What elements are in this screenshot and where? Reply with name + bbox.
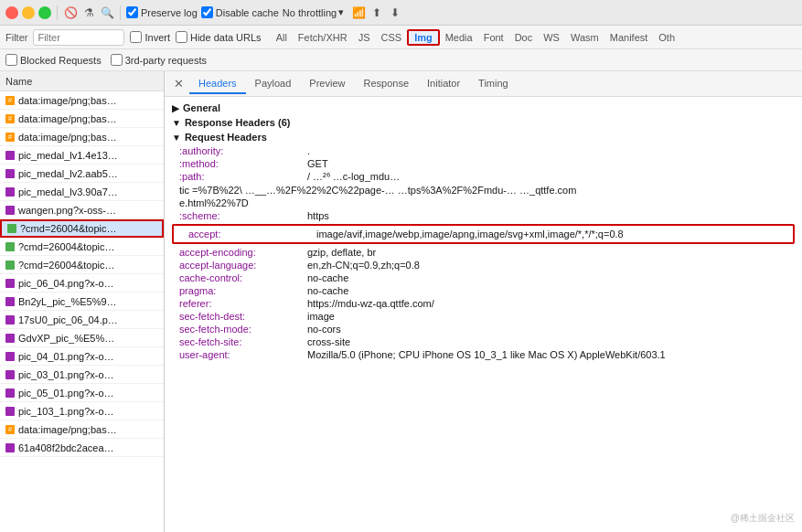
item-icon: [5, 279, 15, 288]
request-headers-section[interactable]: ▼ Request Headers: [165, 130, 802, 144]
list-item[interactable]: pic_medal_lv3.90a7…: [0, 183, 164, 201]
main-content: Name #data:image/png;bas…#data:image/png…: [0, 71, 802, 532]
blocked-requests-label: Blocked Requests: [20, 55, 102, 66]
type-btn-wasm[interactable]: Wasm: [565, 31, 604, 44]
maximize-button[interactable]: [38, 6, 51, 19]
type-btn-css[interactable]: CSS: [376, 31, 408, 44]
list-item[interactable]: ?cmd=26004&topic…: [0, 238, 164, 256]
chevron-down-icon: ▾: [338, 6, 344, 18]
list-item[interactable]: ?cmd=26004&topic…: [0, 219, 164, 238]
type-btn-fetchxhr[interactable]: Fetch/XHR: [293, 31, 353, 44]
kv-key: accept-encoding:: [179, 247, 307, 258]
item-icon: [7, 224, 16, 233]
list-item[interactable]: pic_medal_lv2.aab5…: [0, 165, 164, 183]
list-item-label: Bn2yL_pic_%E5%9…: [18, 296, 117, 307]
detail-content: ▶ General ▼ Response Headers (6) ▼ Reque…: [165, 97, 802, 532]
list-item[interactable]: #data:image/png;bas…: [0, 420, 164, 439]
blocked-requests-input[interactable]: [5, 54, 17, 66]
type-btn-manifest[interactable]: Manifest: [604, 31, 654, 44]
minimize-button[interactable]: [22, 6, 35, 19]
list-item[interactable]: #data:image/png;bas…: [0, 110, 164, 128]
type-btn-js[interactable]: JS: [353, 31, 376, 44]
type-btn-img[interactable]: Img: [407, 29, 440, 46]
kv-key: user-agent:: [179, 349, 307, 360]
list-item[interactable]: pic_103_1.png?x-o…: [0, 402, 164, 420]
search-icon[interactable]: 🔍: [100, 5, 114, 20]
third-party-input[interactable]: [111, 54, 123, 66]
tabs-row: ✕ Headers Payload Preview Response Initi…: [165, 71, 802, 97]
kv-key: :authority:: [179, 145, 307, 156]
list-item[interactable]: wangen.png?x-oss-…: [0, 201, 164, 219]
tab-preview[interactable]: Preview: [300, 74, 354, 94]
hide-data-input[interactable]: [176, 31, 187, 43]
item-icon: [5, 388, 15, 398]
preserve-log-input[interactable]: [126, 6, 138, 18]
list-item[interactable]: pic_06_04.png?x-o…: [0, 274, 164, 293]
type-btn-font[interactable]: Font: [478, 31, 509, 44]
tab-timing[interactable]: Timing: [469, 74, 518, 94]
kv-val: image/avif,image/webp,image/apng,image/s…: [316, 229, 624, 239]
list-item[interactable]: 61a408f2bdc2acea…: [0, 439, 164, 457]
tab-initiator[interactable]: Initiator: [418, 74, 469, 94]
list-item[interactable]: #data:image/png;bas…: [0, 128, 164, 146]
response-headers-section[interactable]: ▼ Response Headers (6): [165, 115, 802, 130]
item-icon: [5, 151, 15, 160]
blocked-row: Blocked Requests 3rd-party requests: [0, 49, 802, 71]
item-icon: [5, 352, 15, 361]
list-item-label: ?cmd=26004&topic…: [18, 241, 114, 252]
general-arrow: ▶: [172, 103, 179, 113]
throttling-select[interactable]: No throttling ▾: [283, 6, 344, 18]
kv-key: sec-fetch-mode:: [179, 324, 307, 335]
list-item[interactable]: pic_05_01.png?x-o…: [0, 384, 164, 402]
kv-val: image: [307, 311, 335, 322]
kv-row: e.html%22%7D: [165, 197, 802, 209]
filter-icon[interactable]: ⚗: [81, 5, 96, 20]
list-item[interactable]: pic_medal_lv1.4e13…: [0, 146, 164, 165]
watermark: @稀土掘金社区: [731, 512, 795, 525]
disable-cache-input[interactable]: [201, 6, 213, 18]
list-item[interactable]: Bn2yL_pic_%E5%9…: [0, 293, 164, 311]
list-item[interactable]: pic_03_01.png?x-o…: [0, 366, 164, 384]
type-btn-all[interactable]: All: [271, 31, 293, 44]
type-btn-ws[interactable]: WS: [538, 31, 565, 44]
hide-data-checkbox[interactable]: Hide data URLs: [176, 31, 262, 43]
list-item[interactable]: #data:image/png;bas…: [0, 91, 164, 110]
general-section[interactable]: ▶ General: [165, 101, 802, 115]
close-button[interactable]: [5, 6, 18, 19]
invert-checkbox[interactable]: Invert: [130, 31, 170, 43]
network-icons: 📶 ⬆ ⬇: [351, 5, 402, 20]
kv-val: cross-site: [307, 336, 350, 347]
kv-val: e.html%22%7D: [179, 197, 249, 208]
preserve-log-checkbox[interactable]: Preserve log: [126, 6, 198, 18]
list-item-label: wangen.png?x-oss-…: [18, 205, 116, 216]
disable-cache-checkbox[interactable]: Disable cache: [201, 6, 279, 18]
kv-row: :path: / …²⁶ …c-log_mdu…: [165, 170, 802, 184]
tab-headers[interactable]: Headers: [189, 74, 246, 94]
list-item-label: pic_103_1.png?x-o…: [18, 406, 114, 417]
kv-val: Mozilla/5.0 (iPhone; CPU iPhone OS 10_3_…: [307, 349, 666, 360]
blocked-requests-checkbox[interactable]: Blocked Requests: [5, 54, 102, 66]
list-item[interactable]: ?cmd=26004&topic…: [0, 256, 164, 274]
type-btn-doc[interactable]: Doc: [509, 31, 539, 44]
kv-key: accept-language:: [179, 260, 307, 271]
list-item-label: data:image/png;bas…: [18, 132, 117, 143]
type-btn-oth[interactable]: Oth: [653, 31, 680, 44]
tab-close-button[interactable]: ✕: [168, 77, 189, 90]
list-item[interactable]: 17sU0_pic_06_04.p…: [0, 311, 164, 329]
type-btn-media[interactable]: Media: [440, 31, 478, 44]
filter-input[interactable]: [33, 29, 124, 46]
filter-row: Filter Invert Hide data URLs All Fetch/X…: [0, 26, 802, 49]
kv-row: :method: GET: [165, 157, 802, 170]
list-item-label: pic_03_01.png?x-o…: [18, 369, 114, 380]
kv-key: :scheme:: [179, 210, 307, 221]
divider2: [120, 5, 121, 20]
item-icon: #: [5, 114, 15, 123]
invert-input[interactable]: [130, 31, 142, 43]
list-item[interactable]: GdvXP_pic_%E5%…: [0, 329, 164, 347]
third-party-checkbox[interactable]: 3rd-party requests: [111, 54, 207, 66]
tab-payload[interactable]: Payload: [246, 74, 301, 94]
tab-response[interactable]: Response: [354, 74, 418, 94]
prohibit-icon[interactable]: 🚫: [63, 5, 78, 20]
list-item[interactable]: pic_04_01.png?x-o…: [0, 347, 164, 366]
kv-row: sec-fetch-site: cross-site: [165, 335, 802, 348]
